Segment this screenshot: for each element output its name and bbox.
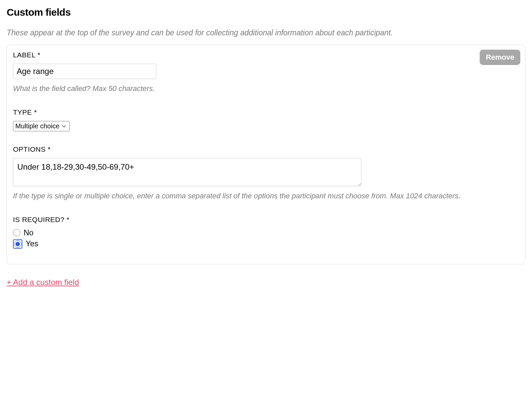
type-select[interactable]: Multiple choice — [13, 121, 70, 131]
label-row: LABEL * What is the field called? Max 50… — [13, 51, 519, 94]
required-field-label: IS REQUIRED? * — [13, 216, 519, 224]
required-row: IS REQUIRED? * No Yes — [13, 216, 519, 249]
label-field-label: LABEL * — [13, 51, 519, 59]
radio-focus-ring — [13, 239, 22, 249]
remove-button[interactable]: Remove — [480, 50, 520, 65]
required-yes-radio[interactable] — [14, 240, 21, 248]
label-input[interactable] — [13, 64, 156, 79]
required-no-label: No — [24, 228, 33, 237]
options-field-label: OPTIONS * — [13, 145, 519, 153]
custom-field-card: Remove LABEL * What is the field called?… — [7, 45, 525, 264]
options-row: OPTIONS * Under 18,18-29,30-49,50-69,70+… — [13, 145, 519, 201]
type-field-label: TYPE * — [13, 108, 519, 116]
options-textarea[interactable]: Under 18,18-29,30-49,50-69,70+ — [13, 158, 361, 186]
type-select-value: Multiple choice — [15, 122, 61, 130]
required-yes-label: Yes — [26, 239, 38, 248]
required-no-radio[interactable] — [13, 229, 20, 236]
label-help-text: What is the field called? Max 50 charact… — [13, 83, 519, 94]
required-no-option[interactable]: No — [13, 228, 519, 237]
page-title: Custom fields — [7, 7, 525, 18]
page-description: These appear at the top of the survey an… — [7, 27, 525, 38]
options-help-text: If the type is single or multiple choice… — [13, 190, 519, 202]
required-radio-group: No Yes — [13, 228, 519, 249]
add-custom-field-link[interactable]: + Add a custom field — [7, 278, 79, 287]
type-row: TYPE * Multiple choice — [13, 108, 519, 131]
required-yes-option[interactable]: Yes — [13, 239, 519, 249]
chevron-down-icon — [61, 124, 67, 129]
